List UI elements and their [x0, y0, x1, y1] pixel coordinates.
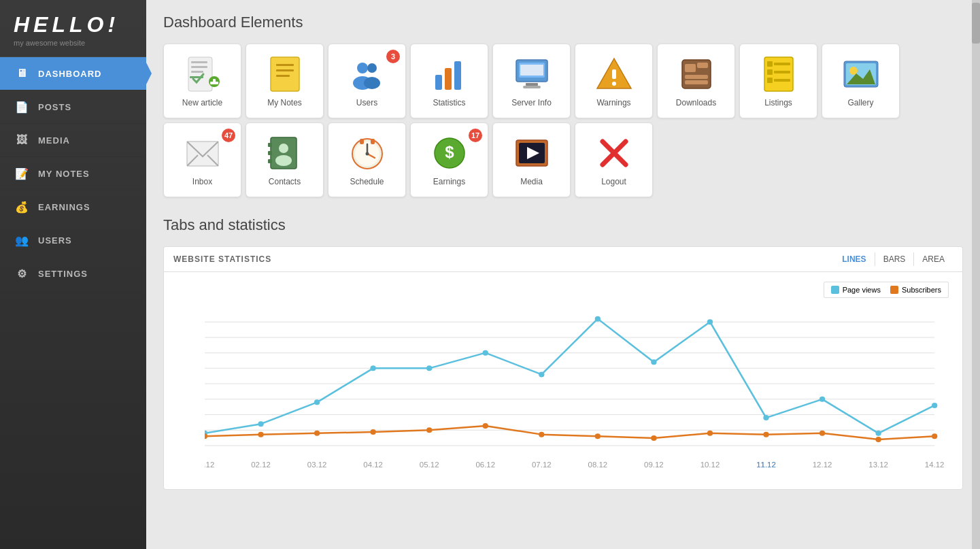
tile-label-new-article: New article [182, 98, 222, 107]
tile-inbox[interactable]: 47 Inbox [163, 122, 241, 197]
svg-rect-38 [774, 79, 790, 82]
stats-header: WEBSITE STATISTICS LINESBARSAREA [163, 246, 963, 271]
tile-downloads[interactable]: Downloads [657, 44, 735, 118]
tile-warnings[interactable]: Warnings [575, 44, 653, 118]
svg-rect-6 [210, 82, 218, 84]
tile-label-server-info: Server Info [511, 98, 552, 107]
tile-label-gallery: Gallery [847, 98, 873, 107]
svg-point-111 [875, 431, 881, 436]
svg-rect-31 [685, 80, 708, 84]
gallery-icon [841, 54, 881, 94]
legend-subscribers: Subscribers [890, 286, 941, 294]
tile-label-schedule: Schedule [350, 177, 384, 186]
sidebar-label-dashboard: Dashboard [38, 69, 102, 79]
chart-tab-bars[interactable]: BARS [875, 252, 914, 266]
tile-contacts[interactable]: Contacts [246, 122, 324, 197]
page-views-label: Page views [843, 286, 881, 294]
sidebar-label-my-notes: My Notes [38, 169, 90, 179]
tile-label-media: Media [520, 177, 543, 186]
svg-rect-22 [526, 83, 538, 86]
tile-listings[interactable]: Listings [739, 44, 817, 118]
my-notes-icon [265, 54, 305, 94]
svg-rect-33 [767, 61, 773, 67]
dashboard-title: Dashboard Elements [163, 14, 963, 31]
sidebar-item-users[interactable]: 👥Users [0, 224, 146, 257]
svg-text:12.12: 12.12 [813, 461, 832, 469]
svg-text:14.12: 14.12 [925, 461, 945, 469]
tile-gallery[interactable]: Gallery [822, 44, 900, 118]
statistics-icon [430, 54, 469, 94]
tile-label-users: Users [356, 98, 377, 107]
svg-point-108 [707, 319, 713, 325]
tile-logout[interactable]: Logout [575, 122, 653, 197]
tile-new-article[interactable]: New article [163, 44, 241, 118]
svg-rect-2 [191, 66, 207, 68]
tile-label-warnings: Warnings [596, 98, 630, 107]
sidebar-item-posts[interactable]: 📄Posts [0, 90, 146, 124]
svg-point-101 [314, 399, 320, 405]
svg-point-115 [314, 431, 320, 436]
svg-point-51 [275, 155, 292, 166]
svg-rect-28 [685, 64, 696, 72]
tile-my-notes[interactable]: My Notes [246, 44, 324, 118]
scrollbar-thumb[interactable] [972, 3, 980, 44]
page-views-dot [831, 286, 839, 294]
inbox-icon [183, 133, 222, 173]
scrollbar[interactable] [972, 0, 980, 549]
sidebar-item-settings[interactable]: ⚙Settings [0, 257, 146, 290]
svg-point-109 [763, 415, 768, 420]
chart-tab-lines[interactable]: LINES [834, 252, 874, 266]
tile-server-info[interactable]: Server Info [492, 44, 571, 118]
svg-rect-47 [268, 143, 272, 147]
svg-point-118 [483, 423, 488, 429]
svg-point-107 [651, 359, 656, 365]
svg-rect-57 [360, 139, 364, 144]
main-content: Dashboard Elements New article My Notes3… [146, 0, 980, 549]
tile-label-my-notes: My Notes [267, 98, 302, 107]
tile-users[interactable]: 3 Users [328, 44, 406, 118]
tile-schedule[interactable]: Schedule [328, 122, 406, 197]
svg-rect-21 [520, 65, 543, 76]
tile-earnings[interactable]: 17 $ Earnings [410, 122, 488, 197]
svg-rect-9 [276, 64, 294, 66]
svg-rect-48 [268, 151, 272, 155]
svg-rect-17 [445, 68, 452, 90]
svg-rect-8 [271, 57, 299, 91]
svg-text:07.12: 07.12 [532, 461, 552, 469]
svg-text:05.12: 05.12 [420, 461, 439, 469]
svg-rect-25 [612, 69, 616, 79]
svg-text:02.12: 02.12 [251, 461, 271, 469]
logo-subtitle: my awesome website [14, 39, 133, 47]
tile-media[interactable]: Media [492, 122, 571, 197]
svg-text:10.12: 10.12 [700, 461, 720, 469]
users-icon [348, 54, 387, 94]
sidebar-item-earnings[interactable]: 💰Earnings [0, 190, 146, 224]
svg-rect-29 [697, 63, 708, 68]
svg-rect-3 [191, 71, 203, 73]
sidebar-item-dashboard[interactable]: 🖥Dashboard [0, 57, 146, 90]
icons-row-2: 47 Inbox Contacts Schedule17 $ Earnings [163, 122, 963, 197]
tile-label-inbox: Inbox [192, 177, 212, 186]
media-icon: 🖼 [12, 133, 31, 148]
svg-rect-37 [767, 78, 773, 83]
logo-text: HELLO! [14, 12, 133, 37]
sidebar-item-media[interactable]: 🖼Media [0, 124, 146, 157]
chart-tab-area[interactable]: AREA [913, 252, 953, 266]
svg-rect-34 [774, 63, 790, 65]
stats-section: Tabs and statistics WEBSITE STATISTICS L… [163, 216, 963, 490]
svg-point-120 [595, 433, 601, 439]
badge-users: 3 [386, 50, 400, 63]
svg-point-106 [595, 316, 601, 322]
schedule-icon [348, 133, 387, 173]
tile-statistics[interactable]: Statistics [410, 44, 488, 118]
warnings-icon [594, 54, 634, 94]
svg-text:13.12: 13.12 [868, 461, 888, 469]
tile-label-earnings: Earnings [433, 177, 465, 186]
svg-text:06.12: 06.12 [475, 461, 495, 469]
svg-point-121 [651, 435, 656, 441]
svg-point-50 [279, 144, 288, 153]
my-notes-icon: 📝 [12, 166, 31, 181]
sidebar-item-my-notes[interactable]: 📝My Notes [0, 157, 146, 190]
downloads-icon [677, 54, 716, 94]
svg-text:$: $ [445, 143, 454, 161]
